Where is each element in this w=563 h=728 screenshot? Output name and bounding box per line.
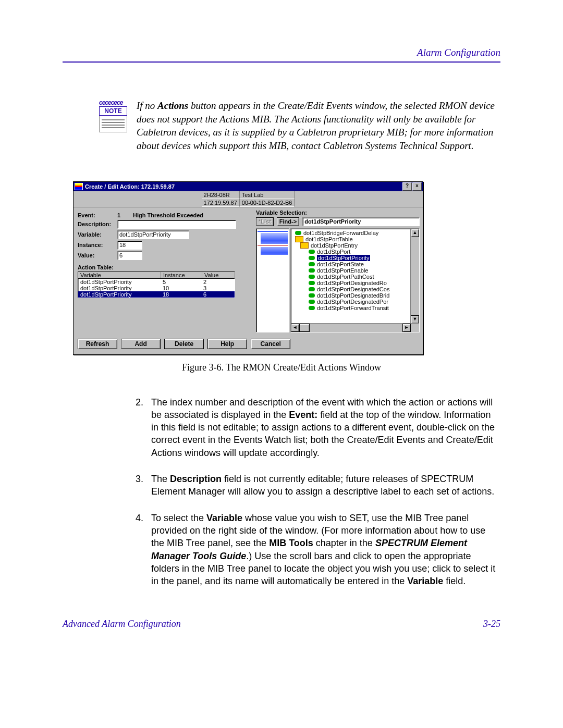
scroll-down-icon[interactable]: ▼ — [411, 315, 419, 324]
footer-page-number: 3-25 — [483, 619, 500, 630]
leaf-icon — [309, 281, 315, 285]
mini-mib-tree[interactable] — [256, 228, 289, 332]
window-title: Create / Edit Action: 172.19.59.87 — [85, 183, 402, 190]
tree-leaf[interactable]: dot1dStpPortDesignatedBrid — [293, 292, 418, 299]
value-input[interactable]: 6 — [117, 251, 142, 260]
tree-leaf[interactable]: dot1dStpPortPathCost — [293, 274, 418, 280]
left-pane: Event: 1 High Threshold Exceeded Descrip… — [74, 207, 254, 336]
help-button[interactable]: Help — [207, 339, 247, 349]
delete-button[interactable]: Delete — [164, 339, 204, 349]
device-location: Test Lab — [240, 191, 295, 199]
leaf-icon — [309, 250, 315, 254]
titlebar[interactable]: Create / Edit Action: 172.19.59.87 ? × — [74, 182, 423, 191]
leaf-icon — [309, 262, 315, 266]
footer-left: Advanced Alarm Configuration — [63, 619, 181, 630]
variable-input[interactable]: dot1dStpPortPriority — [117, 230, 189, 239]
variable-selection-label: Variable Selection: — [256, 209, 420, 216]
leaf-icon — [309, 287, 315, 291]
device-ip: 172.19.59.87 — [202, 199, 240, 207]
value-label: Value: — [78, 252, 117, 258]
right-pane: Variable Selection: *List Find-> dot1dSt… — [254, 207, 423, 336]
col-value: Value — [202, 272, 235, 278]
tree-leaf[interactable]: dot1dStpBridgeForwardDelay — [293, 230, 418, 236]
note-text: If no Actions button appears in the Crea… — [137, 99, 500, 153]
note-label: NOTE — [99, 106, 127, 116]
tree-leaf[interactable]: dot1dStpPortForwardTransit — [293, 305, 418, 311]
col-variable: Variable — [78, 272, 161, 278]
tree-folder[interactable]: dot1dStpPortEntry — [293, 242, 418, 249]
event-description: High Threshold Exceeded — [133, 212, 203, 218]
list-num-2: 2. — [136, 396, 151, 459]
leaf-icon — [309, 275, 315, 279]
create-edit-action-dialog: Create / Edit Action: 172.19.59.87 ? × 2… — [73, 181, 423, 355]
folder-icon — [295, 236, 303, 242]
scrollbar-vertical[interactable]: ▲ ▼ — [410, 229, 419, 324]
button-bar: Refresh Add Delete Help Cancel — [74, 336, 423, 354]
tree-leaf[interactable]: dot1dStpPort — [293, 249, 418, 255]
tree-leaf[interactable]: dot1dStpPortEnable — [293, 267, 418, 274]
list-button[interactable]: *List — [256, 217, 274, 226]
refresh-button[interactable]: Refresh — [78, 339, 117, 349]
device-mac: 00-00-1D-82-D2-B6 — [240, 199, 295, 207]
device-model: 2H28-08R — [202, 191, 240, 199]
help-icon[interactable]: ? — [402, 182, 412, 191]
scroll-right-icon[interactable]: ► — [402, 324, 411, 332]
list-num-4: 4. — [136, 512, 151, 588]
table-row[interactable]: dot1dStpPortPriority186 — [78, 291, 235, 298]
instruction-list: 2. The index number and description of t… — [136, 396, 500, 588]
description-label: Description: — [78, 221, 117, 227]
note-icon: cececece NOTE — [99, 99, 127, 153]
note-block: cececece NOTE If no Actions button appea… — [99, 99, 500, 153]
scroll-left-icon[interactable]: ◄ — [291, 324, 299, 332]
tree-leaf[interactable]: dot1dStpPortState — [293, 261, 418, 267]
variable-label: Variable: — [78, 231, 117, 238]
leaf-icon — [309, 306, 315, 310]
action-table-label: Action Table: — [78, 264, 250, 270]
leaf-icon — [309, 268, 315, 273]
leaf-icon — [295, 231, 301, 235]
leaf-icon — [309, 293, 315, 298]
tree-folder[interactable]: dot1dStpPortTable — [293, 236, 418, 242]
leaf-icon — [309, 300, 315, 304]
app-icon — [75, 183, 83, 190]
figure-caption: Figure 3-6. The RMON Create/Edit Actions… — [63, 362, 500, 373]
device-info-row: 2H28-08R 172.19.59.87 Test Lab 00-00-1D-… — [74, 191, 423, 207]
list-num-3: 3. — [136, 473, 151, 498]
table-row[interactable]: dot1dStpPortPriority52 — [78, 279, 235, 285]
table-row[interactable]: dot1dStpPortPriority103 — [78, 285, 235, 291]
tree-leaf[interactable]: dot1dStpPortDesignatedRo — [293, 280, 418, 286]
leaf-icon — [309, 256, 315, 260]
tree-leaf[interactable]: dot1dStpPortDesignatedCos — [293, 286, 418, 292]
instance-label: Instance: — [78, 242, 117, 248]
folder-icon — [300, 242, 309, 249]
mib-tree[interactable]: dot1dStpBridgeForwardDelaydot1dStpPortTa… — [290, 228, 420, 332]
event-label: Event: — [78, 212, 117, 218]
instance-input[interactable]: 18 — [117, 241, 142, 250]
scroll-up-icon[interactable]: ▲ — [411, 229, 419, 237]
tree-leaf[interactable]: dot1dStpPortPriority — [293, 255, 418, 261]
selected-variable-field[interactable]: dot1dStpPortPriority — [302, 217, 420, 226]
col-instance: Instance — [161, 272, 202, 278]
action-table[interactable]: Variable Instance Value dot1dStpPortPrio… — [78, 272, 235, 298]
scroll-thumb[interactable] — [299, 324, 310, 332]
add-button[interactable]: Add — [121, 339, 161, 349]
event-number: 1 — [117, 212, 133, 218]
page-footer: Advanced Alarm Configuration 3-25 — [63, 619, 500, 630]
page-header: Alarm Configuration — [63, 47, 500, 58]
cancel-button[interactable]: Cancel — [251, 339, 290, 349]
find-button[interactable]: Find-> — [277, 217, 299, 226]
close-icon[interactable]: × — [412, 182, 422, 191]
tree-leaf[interactable]: dot1dStpPortDesignatedPor — [293, 299, 418, 305]
scrollbar-horizontal[interactable]: ◄ ► — [291, 323, 419, 332]
description-input[interactable] — [117, 220, 236, 229]
header-rule — [63, 61, 500, 63]
